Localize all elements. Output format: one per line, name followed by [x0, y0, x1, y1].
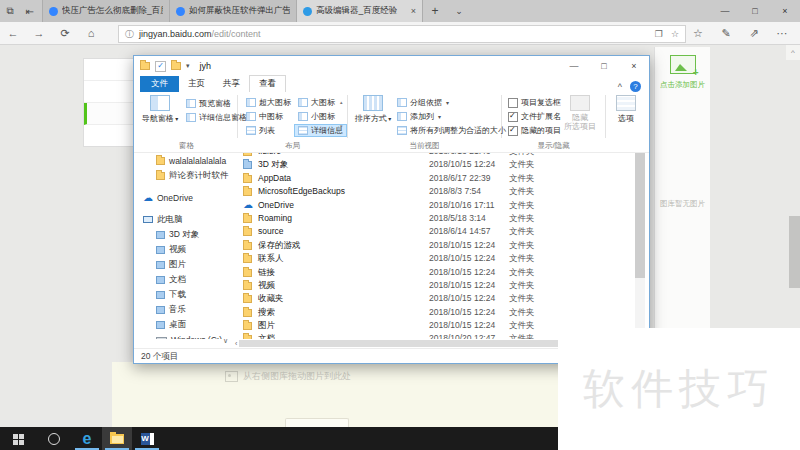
folder-icon [156, 157, 165, 165]
more-options-icon[interactable]: ⋯ [768, 27, 796, 40]
navigation-pane-button[interactable]: 导航窗格 [139, 95, 181, 124]
file-row[interactable]: 保存的游戏 2018/10/15 12:24 文件夹 [239, 239, 635, 252]
add-columns-button[interactable]: 添加列 [397, 111, 441, 122]
extra-large-icons-option[interactable]: 超大图标 [246, 97, 291, 108]
file-row[interactable]: 收藏夹 2018/10/15 12:24 文件夹 [239, 292, 635, 305]
file-extensions-option[interactable]: 文件扩展名 [508, 111, 561, 122]
reading-view-icon[interactable]: ❐ [655, 29, 663, 39]
file-row[interactable]: OneDrive 2018/10/16 17:11 文件夹 [239, 199, 635, 212]
hscroll-left-icon[interactable]: ‹ [235, 340, 237, 347]
close-tab-icon[interactable]: × [409, 6, 416, 16]
site-info-icon[interactable]: ⓘ [125, 28, 134, 41]
item-checkboxes-checkbox[interactable] [508, 98, 518, 108]
large-icons-option[interactable]: 大图标 [298, 97, 335, 108]
explorer-taskbar-button[interactable] [102, 427, 132, 450]
list-view-option[interactable]: 列表 [246, 125, 275, 136]
file-row[interactable]: source 2018/6/14 14:57 文件夹 [239, 225, 635, 238]
hidden-items-checkbox[interactable] [508, 126, 518, 136]
file-row[interactable]: Roaming 2018/5/18 3:14 文件夹 [239, 212, 635, 225]
add-favorite-icon[interactable]: ☆ [671, 29, 679, 39]
file-row[interactable]: AppData 2018/6/17 22:39 文件夹 [239, 172, 635, 185]
hidden-items-option[interactable]: 隐藏的项目 [508, 125, 561, 136]
file-list-scrollbar[interactable] [635, 153, 645, 339]
editor-section-item[interactable] [84, 103, 136, 125]
browser-tab[interactable]: 如何屏蔽快压软件弹出广告 × [169, 0, 296, 22]
tab-list-dropdown-icon[interactable]: ⌄ [447, 0, 471, 22]
share-icon[interactable]: ⇗ [740, 27, 768, 40]
small-icons-option[interactable]: 小图标 [298, 111, 335, 122]
navpane-item[interactable]: 3D 对象 [136, 227, 236, 242]
ribbon-tab-home[interactable]: 主页 [179, 76, 214, 92]
navpane-item[interactable]: 视频 [136, 242, 236, 257]
ribbon-tab-file[interactable]: 文件 [140, 76, 179, 92]
item-checkboxes-option[interactable]: 项目复选框 [508, 97, 561, 108]
favorites-bar-icon[interactable]: ☆ [684, 27, 712, 40]
set-aside-tabs-icon[interactable]: ⇤ [20, 0, 40, 22]
maximize-button[interactable]: □ [589, 56, 619, 76]
navpane-item[interactable]: OneDrive [136, 190, 236, 205]
qat-check-icon[interactable]: ✓ [155, 61, 166, 72]
file-extensions-checkbox[interactable] [508, 112, 518, 122]
file-row[interactable]: 搜索 2018/10/15 12:24 文件夹 [239, 306, 635, 319]
explorer-title-bar[interactable]: ✓ ▾ jyh —□× [134, 56, 649, 76]
file-row[interactable]: 视频 2018/10/15 12:24 文件夹 [239, 279, 635, 292]
navpane-item[interactable]: 音乐 [136, 302, 236, 317]
ribbon-tab-share[interactable]: 共享 [214, 76, 249, 92]
navpane-item[interactable]: 辩论赛计时软件 [136, 168, 236, 183]
navpane-item[interactable]: 此电脑 [136, 212, 236, 227]
file-row[interactable]: MicrosoftEdgeBackups 2018/8/3 7:54 文件夹 [239, 185, 635, 198]
qat-dropdown-icon[interactable]: ▾ [186, 62, 190, 70]
home-icon[interactable]: ⌂ [78, 27, 104, 40]
file-row[interactable]: 3D 对象 2018/10/15 12:24 文件夹 [239, 158, 635, 171]
annotate-icon[interactable]: ✎ [712, 27, 740, 40]
browser-tab[interactable]: 高级编辑器_百度经验 × [296, 0, 423, 22]
editor-section-item[interactable] [84, 125, 136, 146]
start-button[interactable] [0, 427, 36, 450]
navpane-item[interactable]: 文档 [136, 272, 236, 287]
refresh-icon[interactable]: ⟳ [52, 27, 78, 40]
file-row[interactable]: 链接 2018/10/15 12:24 文件夹 [239, 266, 635, 279]
file-list-scrollbar-thumb[interactable] [635, 153, 645, 278]
maximize-button[interactable]: □ [740, 0, 770, 22]
page-scroll-up-icon[interactable]: ^ [786, 45, 800, 60]
close-button[interactable]: × [619, 56, 649, 76]
word-taskbar-button[interactable]: W [132, 427, 162, 450]
ribbon-tab-view[interactable]: 查看 [249, 75, 286, 92]
close-button[interactable]: × [770, 0, 800, 22]
minimize-button[interactable]: — [559, 56, 589, 76]
browser-tab[interactable]: 快压广告怎么彻底删除_百度 × [42, 0, 169, 22]
navpane-item[interactable]: Windows (C:) [136, 332, 236, 339]
address-bar[interactable]: ⓘ jingyan.baidu.com /edit/content ❐ ☆ [118, 25, 686, 43]
help-icon[interactable]: ? [630, 81, 641, 92]
file-row[interactable]: 联系人 2018/10/15 12:24 文件夹 [239, 252, 635, 265]
group-by-button[interactable]: 分组依据 [397, 97, 449, 108]
navpane-item[interactable]: walalalalalalala [136, 153, 236, 168]
layout-scroll-down-icon[interactable]: ▾ [340, 123, 343, 129]
navpane-scroll-down-icon[interactable]: ∨ [223, 337, 228, 345]
medium-icons-option[interactable]: 中图标 [246, 111, 283, 122]
size-columns-button[interactable]: 将所有列调整为合适的大小 [397, 125, 506, 136]
editor-section-item[interactable] [84, 81, 136, 103]
minimize-button[interactable]: — [710, 0, 740, 22]
new-tab-button[interactable]: + [423, 0, 447, 22]
navpane-item[interactable]: 桌面 [136, 317, 236, 332]
details-pane-button[interactable]: 详细信息窗格 [186, 112, 247, 123]
cortana-button[interactable] [36, 427, 72, 450]
preview-pane-button[interactable]: 预览窗格 [186, 98, 231, 109]
editor-section-item[interactable] [84, 59, 136, 81]
navpane-item[interactable]: 图片 [136, 257, 236, 272]
add-image-button[interactable]: 点击添加图片 [655, 47, 710, 90]
back-icon[interactable]: ← [0, 27, 26, 40]
navpane-item-label: OneDrive [157, 193, 193, 203]
tab-preview-icon[interactable]: ⧉ [0, 0, 20, 22]
options-button[interactable]: 选项 [608, 95, 644, 124]
navpane-item[interactable]: 下载 [136, 287, 236, 302]
navpane-item-label: 文档 [169, 274, 186, 286]
pin-ribbon-icon[interactable]: ^ [618, 82, 622, 92]
qat-folder-icon[interactable] [171, 62, 181, 70]
edge-taskbar-button[interactable]: e [72, 427, 102, 450]
layout-scroll-up-icon[interactable]: ▴ [340, 99, 343, 105]
page-scrollbar-thumb[interactable] [789, 216, 800, 288]
sort-by-button[interactable]: 排序方式 [352, 95, 394, 124]
forward-icon[interactable]: → [26, 27, 52, 40]
